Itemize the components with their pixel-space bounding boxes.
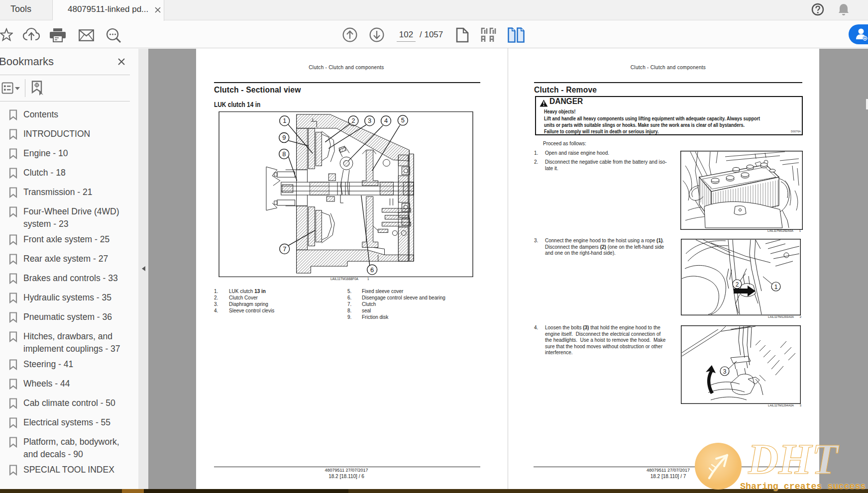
svg-text:1: 1 (774, 284, 778, 291)
svg-text:4: 4 (384, 117, 388, 124)
svg-text:6: 6 (370, 266, 374, 274)
svg-text:2: 2 (736, 281, 739, 288)
svg-text:7: 7 (283, 245, 286, 253)
svg-text:9: 9 (282, 134, 286, 141)
svg-text:DHT: DHT (748, 440, 840, 482)
svg-text:8: 8 (282, 150, 286, 158)
svg-text:3: 3 (723, 368, 727, 375)
svg-text:2: 2 (351, 117, 355, 124)
svg-text:1: 1 (283, 117, 286, 124)
svg-text:3: 3 (368, 117, 371, 124)
svg-text:5: 5 (401, 116, 405, 124)
